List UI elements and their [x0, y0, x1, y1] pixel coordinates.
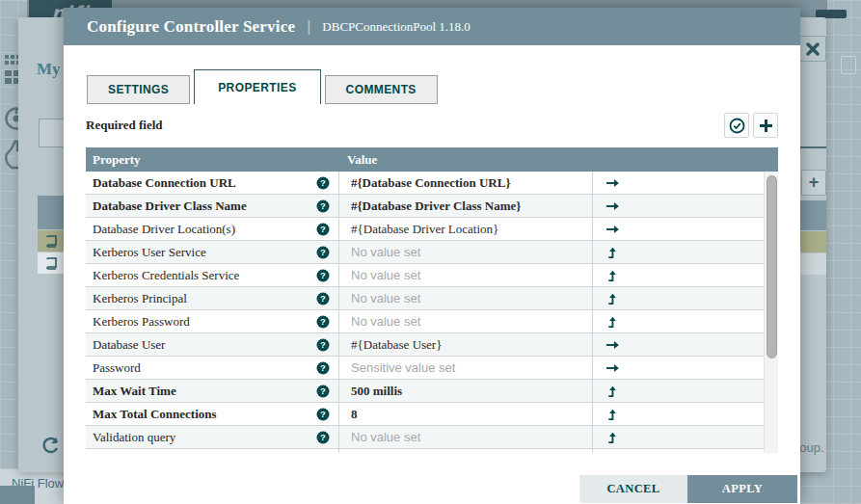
- property-name-cell: Database Connection URL?: [86, 172, 339, 194]
- svg-text:?: ?: [320, 200, 326, 211]
- property-name-cell: Max Wait Time?: [86, 380, 339, 402]
- scrollbar-thumb[interactable]: [767, 175, 777, 358]
- property-name: Password: [93, 360, 141, 376]
- property-value-cell[interactable]: #{Database Driver Class Name}: [339, 195, 593, 217]
- property-value-cell[interactable]: #{Database User}: [339, 333, 593, 356]
- property-row: Kerberos Password?No value set: [86, 310, 764, 333]
- convert-to-parameter-icon[interactable]: [605, 315, 618, 329]
- property-value: #{Database Driver Class Name}: [351, 199, 521, 214]
- scrollbar-track[interactable]: [764, 172, 778, 453]
- tab-comments[interactable]: COMMENTS: [325, 75, 438, 104]
- help-icon[interactable]: ?: [316, 223, 330, 236]
- property-row: Database Driver Location(s)?#{Database D…: [86, 218, 764, 241]
- help-icon[interactable]: ?: [316, 361, 330, 375]
- property-value-cell[interactable]: No value set: [339, 310, 593, 332]
- convert-to-parameter-icon[interactable]: [605, 246, 618, 259]
- property-action-cell: [593, 310, 764, 332]
- help-icon[interactable]: ?: [316, 385, 330, 398]
- property-name: Validation query: [93, 430, 175, 445]
- refresh-icon: [40, 435, 62, 456]
- property-value-cell[interactable]: No value set: [339, 264, 593, 286]
- verify-properties-button[interactable]: [724, 113, 749, 138]
- properties-table: Property Value Database Connection URL?#…: [86, 147, 778, 453]
- panel-page-icon: [841, 56, 856, 74]
- property-name-cell: Kerberos Password?: [86, 310, 339, 332]
- background-dialog-title: My: [37, 60, 61, 79]
- property-name-cell: Password?: [86, 357, 339, 379]
- go-to-parameter-icon[interactable]: [605, 339, 620, 351]
- cancel-button[interactable]: CANCEL: [579, 475, 687, 503]
- background-table-row-selected: [796, 231, 826, 252]
- property-name-cell: Database Driver Location(s)?: [86, 218, 339, 240]
- property-value: No value set: [351, 291, 420, 305]
- help-icon[interactable]: ?: [316, 338, 330, 352]
- property-value: No value set: [351, 245, 420, 259]
- property-name: Max Wait Time: [93, 384, 176, 399]
- property-value-cell[interactable]: No value set: [339, 287, 593, 309]
- check-circle-icon: [729, 118, 745, 134]
- property-action-cell: [593, 357, 764, 379]
- property-name: Kerberos Credentials Service: [93, 268, 239, 283]
- help-icon[interactable]: ?: [316, 199, 330, 213]
- property-value-cell[interactable]: No value set: [339, 426, 593, 448]
- property-row: Password?Sensitive value set: [86, 357, 764, 380]
- help-icon[interactable]: ?: [316, 246, 330, 259]
- tab-properties[interactable]: PROPERTIES: [194, 69, 320, 104]
- help-icon[interactable]: ?: [316, 176, 330, 190]
- table-header-row: Property Value: [86, 147, 778, 172]
- property-action-cell: [593, 195, 764, 217]
- property-value: No value set: [351, 268, 420, 282]
- property-row: Database Connection URL?#{Database Conne…: [86, 172, 764, 195]
- svg-text:?: ?: [320, 362, 326, 373]
- property-value: 500 millis: [351, 384, 402, 399]
- property-value: #{Database Driver Location}: [351, 222, 498, 237]
- property-name: Database Driver Class Name: [93, 199, 247, 214]
- property-action-cell: [593, 241, 764, 263]
- property-value-cell[interactable]: Sensitive value set: [339, 357, 593, 379]
- help-icon[interactable]: ?: [316, 292, 330, 305]
- convert-to-parameter-icon[interactable]: [605, 431, 618, 444]
- property-name-cell: Database Driver Class Name?: [86, 195, 339, 217]
- tab-settings[interactable]: SETTINGS: [87, 75, 190, 104]
- property-row: Kerberos Principal?No value set: [86, 287, 764, 310]
- close-icon: [798, 36, 826, 62]
- property-value-cell[interactable]: 8: [339, 403, 593, 425]
- go-to-parameter-icon[interactable]: [605, 362, 620, 374]
- property-value: No value set: [351, 430, 420, 444]
- plus-icon: [759, 119, 773, 133]
- apply-button[interactable]: APPLY: [687, 475, 797, 503]
- go-to-parameter-icon[interactable]: [605, 177, 620, 189]
- svg-text:?: ?: [320, 177, 326, 188]
- property-name: Kerberos Password: [93, 314, 190, 330]
- property-value: Sensitive value set: [351, 360, 455, 375]
- go-to-parameter-icon[interactable]: [605, 200, 620, 212]
- convert-to-parameter-icon[interactable]: [605, 408, 618, 421]
- svg-text:?: ?: [320, 247, 326, 257]
- convert-to-parameter-icon[interactable]: [605, 292, 618, 305]
- convert-to-parameter-icon[interactable]: [605, 385, 618, 398]
- help-icon[interactable]: ?: [316, 431, 330, 444]
- property-value-cell[interactable]: No value set: [339, 241, 593, 263]
- property-action-cell: [593, 403, 764, 425]
- property-action-cell: [593, 287, 764, 309]
- property-name-cell: Max Total Connections?: [86, 403, 339, 425]
- help-icon[interactable]: ?: [316, 315, 330, 329]
- go-to-parameter-icon[interactable]: [605, 224, 620, 235]
- svg-text:?: ?: [320, 409, 326, 419]
- property-value-cell[interactable]: #{Database Driver Location}: [339, 218, 593, 240]
- convert-to-parameter-icon[interactable]: [605, 269, 618, 282]
- help-icon[interactable]: ?: [316, 269, 330, 282]
- property-value: #{Database User}: [351, 337, 442, 353]
- property-value-cell[interactable]: 500 millis: [339, 380, 593, 402]
- help-icon[interactable]: ?: [316, 408, 330, 421]
- dialog-tabs: SETTINGS PROPERTIES COMMENTS: [87, 69, 438, 104]
- svg-text:?: ?: [320, 339, 326, 350]
- property-value-cell[interactable]: #{Database Connection URL}: [339, 172, 593, 194]
- property-name: Database User: [93, 337, 165, 353]
- property-action-cell: [593, 172, 764, 194]
- svg-text:?: ?: [320, 224, 326, 234]
- column-header-value: Value: [339, 147, 377, 172]
- background-table-header: [796, 200, 826, 230]
- property-name-cell: Validation query?: [86, 426, 339, 448]
- add-property-button[interactable]: [753, 113, 778, 138]
